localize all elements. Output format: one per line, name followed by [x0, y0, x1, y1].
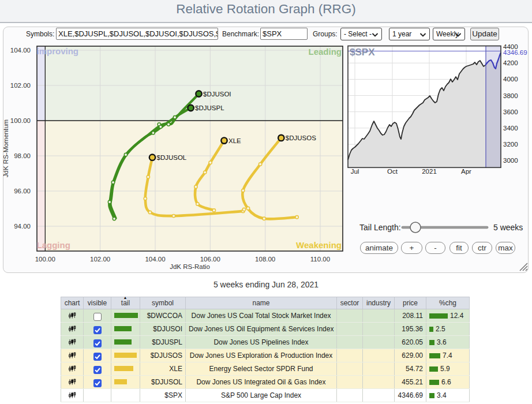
svg-text:3600: 3600	[503, 109, 518, 115]
svg-text:96.00: 96.00	[14, 188, 31, 194]
svg-text:4200: 4200	[503, 59, 518, 66]
svg-text:108.00: 108.00	[255, 256, 275, 263]
svg-text:102.00: 102.00	[90, 256, 110, 263]
svg-text:110.00: 110.00	[310, 256, 330, 263]
svg-text:3400: 3400	[503, 125, 518, 132]
svg-text:$DJUSOI: $DJUSOI	[203, 91, 231, 98]
svg-text:Oct: Oct	[387, 168, 398, 175]
svg-text:$DJUSOS: $DJUSOS	[286, 134, 316, 141]
svg-text:4346.69: 4346.69	[503, 49, 527, 56]
svg-text:$DJUSPL: $DJUSPL	[195, 104, 224, 111]
svg-text:98.00: 98.00	[14, 152, 31, 159]
svg-text:104.00: 104.00	[145, 256, 165, 263]
svg-text:2021: 2021	[422, 168, 437, 175]
svg-text:improving: improving	[37, 46, 79, 56]
svg-text:Apr: Apr	[461, 168, 471, 175]
svg-text:3200: 3200	[503, 141, 518, 148]
svg-text:100.00: 100.00	[10, 117, 31, 124]
svg-text:XLE: XLE	[228, 137, 241, 144]
svg-text:104.00: 104.00	[10, 47, 31, 54]
svg-text:94.00: 94.00	[14, 223, 31, 230]
svg-text:$SPX: $SPX	[350, 47, 375, 58]
svg-text:3800: 3800	[503, 92, 518, 99]
svg-text:JdK RS-Ratio: JdK RS-Ratio	[170, 263, 210, 270]
svg-text:Weakening: Weakening	[296, 240, 342, 250]
svg-text:Lagging: Lagging	[37, 240, 70, 250]
svg-text:100.00: 100.00	[35, 256, 55, 263]
svg-text:4000: 4000	[503, 76, 518, 83]
svg-text:3000: 3000	[503, 157, 518, 164]
svg-text:106.00: 106.00	[200, 256, 220, 263]
svg-text:Leading: Leading	[308, 47, 342, 57]
svg-text:$DJUSOL: $DJUSOL	[157, 154, 187, 161]
svg-text:102.00: 102.00	[10, 82, 31, 89]
svg-text:JdK RS-Momentum: JdK RS-Momentum	[2, 119, 9, 177]
svg-text:Jul: Jul	[351, 168, 359, 175]
